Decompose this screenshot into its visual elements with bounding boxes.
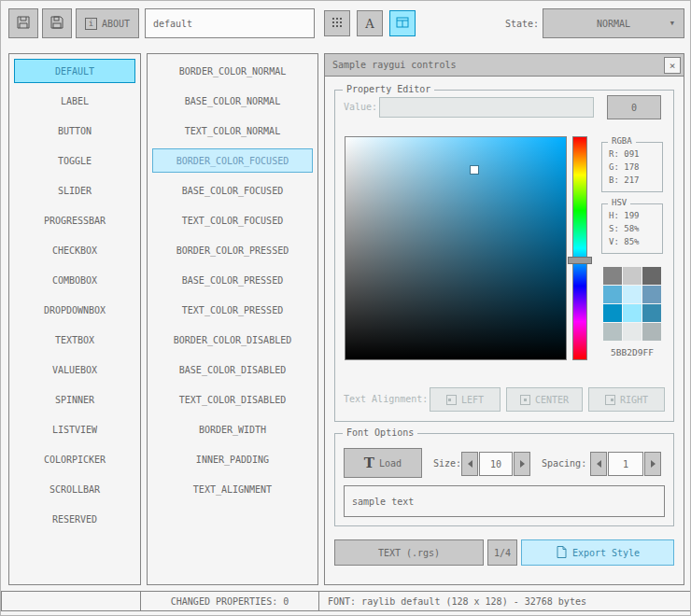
control-item-reserved[interactable]: RESERVED (14, 507, 135, 531)
property-item-border-color-disabled[interactable]: BORDER_COLOR_DISABLED (152, 328, 313, 352)
controls-list-panel: DEFAULT LABEL BUTTON TOGGLE SLIDER PROGR… (8, 53, 141, 585)
control-item-dropdownbox[interactable]: DROPDOWNBOX (14, 298, 135, 322)
color-swatch[interactable] (603, 267, 622, 285)
sample-window-titlebar[interactable]: Sample raygui controls (325, 54, 684, 77)
control-item-progressbar[interactable]: PROGRESSBAR (14, 208, 135, 232)
floppy-save-icon (49, 14, 65, 33)
control-item-label[interactable]: LABEL (14, 89, 135, 113)
about-button[interactable]: i ABOUT (76, 8, 139, 38)
control-item-textbox[interactable]: TEXTBOX (14, 328, 135, 352)
color-swatch[interactable] (603, 286, 622, 303)
color-swatch[interactable] (642, 323, 661, 341)
control-item-combobox[interactable]: COMBOBOX (14, 268, 135, 292)
property-item-text-color-normal[interactable]: TEXT_COLOR_NORMAL (152, 119, 313, 143)
color-swatch[interactable] (623, 286, 642, 303)
font-load-button[interactable]: T Load (344, 448, 422, 478)
status-bar: CHANGED PROPERTIES: 0 FONT: raylib defau… (1, 591, 691, 611)
control-item-colorpicker[interactable]: COLORPICKER (14, 447, 135, 471)
color-picker-panel[interactable] (345, 136, 567, 360)
style-name-input[interactable] (145, 8, 315, 38)
control-item-scrollbar[interactable]: SCROLLBAR (14, 477, 135, 501)
color-swatch[interactable] (642, 304, 661, 322)
export-style-button[interactable]: Export Style (521, 539, 674, 566)
about-button-label: ABOUT (102, 19, 130, 29)
control-item-checkbox[interactable]: CHECKBOX (14, 238, 135, 262)
property-item-base-color-focused[interactable]: BASE_COLOR_FOCUSED (152, 178, 313, 203)
style-table-mode-button[interactable] (324, 10, 350, 36)
property-item-border-color-focused[interactable]: BORDER_COLOR_FOCUSED (152, 148, 313, 173)
font-spacing-increment-button[interactable] (644, 452, 661, 476)
hsv-s-value: S: 58% (602, 222, 662, 235)
sample-controls-window: Sample raygui controls × Property Editor… (324, 53, 684, 585)
font-size-value[interactable]: 10 (479, 452, 513, 476)
control-item-spinner[interactable]: SPINNER (14, 387, 135, 412)
property-item-text-color-focused[interactable]: TEXT_COLOR_FOCUSED (152, 208, 313, 232)
value-input[interactable] (379, 97, 594, 118)
value-label: Value: (344, 102, 377, 112)
rgba-group-label: RGBA (608, 136, 636, 146)
align-center-button[interactable]: CENTER (506, 387, 583, 412)
export-file-icon (556, 545, 568, 561)
value-button[interactable]: 0 (607, 95, 661, 119)
color-swatch[interactable] (603, 304, 622, 322)
control-item-toggle[interactable]: TOGGLE (14, 148, 135, 173)
color-swatch[interactable] (623, 323, 642, 341)
align-left-label: LEFT (461, 395, 484, 405)
font-editor-button[interactable]: A (357, 10, 383, 36)
font-options-group-label: Font Options (343, 427, 417, 438)
property-item-text-color-disabled[interactable]: TEXT_COLOR_DISABLED (152, 387, 313, 412)
close-button[interactable]: × (664, 57, 681, 74)
state-dropdown[interactable]: NORMAL ▼ (543, 8, 684, 38)
align-right-label: RIGHT (620, 395, 648, 405)
control-item-button[interactable]: BUTTON (14, 119, 135, 143)
color-picker-cursor[interactable] (471, 166, 478, 174)
property-item-border-color-normal[interactable]: BORDER_COLOR_NORMAL (152, 59, 313, 83)
hue-bar[interactable] (572, 136, 587, 360)
font-spacing-decrement-button[interactable] (590, 452, 607, 476)
align-left-icon (446, 395, 457, 405)
font-size-increment-button[interactable] (514, 452, 530, 476)
state-dropdown-value: NORMAL (597, 19, 630, 29)
rgba-g-value: G: 178 (602, 161, 662, 174)
state-label: State: (505, 19, 539, 29)
color-swatch[interactable] (642, 267, 661, 285)
hue-slider-handle[interactable] (568, 257, 592, 264)
export-format-pager-button[interactable]: 1/4 (487, 539, 517, 566)
hsv-group: HSV H: 199 S: 58% V: 85% (601, 203, 663, 254)
property-item-base-color-pressed[interactable]: BASE_COLOR_PRESSED (152, 268, 313, 292)
sample-text-input[interactable] (344, 485, 665, 517)
property-item-inner-padding[interactable]: INNER_PADDING (152, 447, 313, 471)
align-left-button[interactable]: LEFT (430, 387, 501, 412)
rgba-group: RGBA R: 091 G: 178 B: 217 (601, 142, 663, 192)
color-swatch[interactable] (603, 323, 622, 341)
control-item-default[interactable]: DEFAULT (14, 59, 135, 83)
color-swatch[interactable] (623, 267, 642, 285)
export-format-button[interactable]: TEXT (.rgs) (334, 539, 484, 566)
align-right-button[interactable]: RIGHT (588, 387, 665, 412)
property-item-border-width[interactable]: BORDER_WIDTH (152, 417, 313, 441)
font-spacing-value[interactable]: 1 (608, 452, 643, 476)
font-size-decrement-button[interactable] (461, 452, 478, 476)
save-style-button[interactable] (42, 8, 72, 38)
control-item-valuebox[interactable]: VALUEBOX (14, 357, 135, 382)
color-swatch[interactable] (642, 286, 661, 303)
property-item-border-color-pressed[interactable]: BORDER_COLOR_PRESSED (152, 238, 313, 262)
color-swatch[interactable] (623, 304, 642, 322)
arrow-right-icon (651, 460, 656, 468)
info-icon: i (85, 18, 97, 30)
rgba-r-value: R: 091 (602, 147, 662, 161)
property-item-base-color-normal[interactable]: BASE_COLOR_NORMAL (152, 89, 313, 113)
window-table-icon (395, 15, 410, 32)
property-item-text-color-pressed[interactable]: TEXT_COLOR_PRESSED (152, 298, 313, 322)
property-editor-group-label: Property Editor (343, 84, 434, 94)
export-style-label: Export Style (572, 548, 640, 558)
property-item-base-color-disabled[interactable]: BASE_COLOR_DISABLED (152, 357, 313, 382)
arrow-left-icon (468, 460, 472, 468)
property-item-text-alignment[interactable]: TEXT_ALIGNMENT (152, 477, 313, 501)
font-info-text: FONT: raylib default (128 x 128) - 32768… (328, 596, 586, 607)
control-item-slider[interactable]: SLIDER (14, 178, 135, 203)
controls-view-button[interactable] (389, 10, 416, 36)
load-style-button[interactable] (8, 8, 38, 38)
value-button-label: 0 (631, 103, 637, 113)
control-item-listview[interactable]: LISTVIEW (14, 417, 135, 441)
